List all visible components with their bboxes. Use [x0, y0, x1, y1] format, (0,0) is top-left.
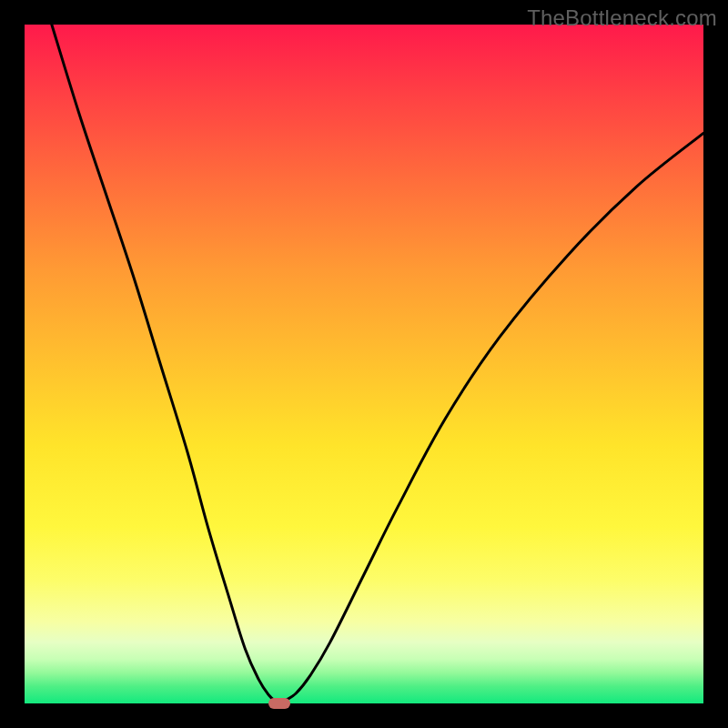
bottleneck-marker [268, 698, 290, 709]
chart-frame: TheBottleneck.com [0, 0, 728, 728]
curve-right-branch [279, 133, 703, 703]
watermark-text: TheBottleneck.com [527, 5, 717, 31]
bottleneck-curve [25, 25, 703, 703]
curve-left-branch [52, 25, 279, 703]
